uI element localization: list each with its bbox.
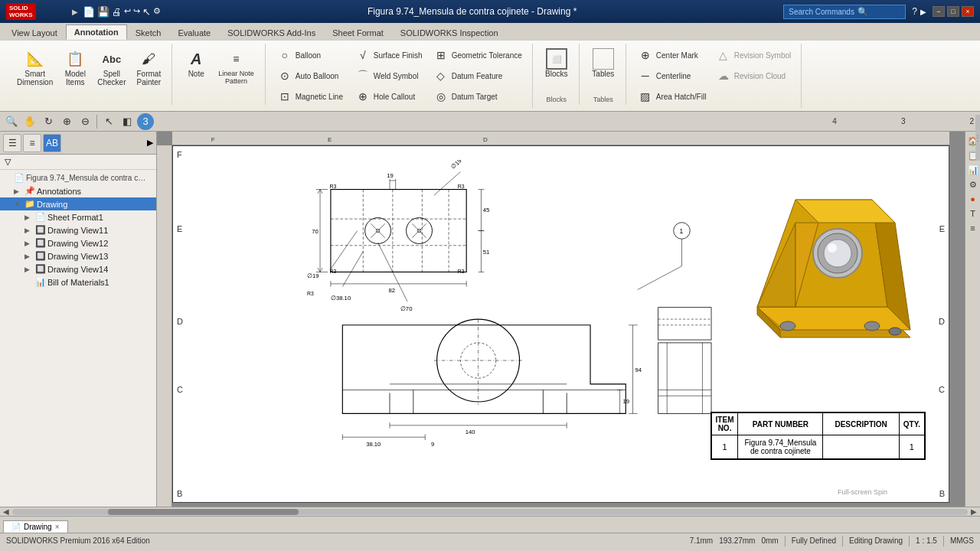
toolbar-icons[interactable]: 📄 💾 🖨 ↩ ↪ ↖ ⚙: [83, 6, 161, 18]
configuration-btn[interactable]: ⚙: [967, 178, 979, 191]
help-btn[interactable]: ?: [912, 6, 917, 17]
weld-symbol-btn[interactable]: ⌒ Weld Symbol: [351, 66, 428, 86]
revision-symbol-btn[interactable]: △ Revision Symbol: [712, 45, 795, 65]
tree-item-sheet-format[interactable]: ▶ 📄 Sheet Format1: [0, 210, 156, 223]
tree-item-drawing[interactable]: ▼ 📁 Drawing: [0, 197, 156, 210]
datum-target-btn[interactable]: ◎ Datum Target: [430, 86, 526, 106]
rotate-tool-btn[interactable]: ↻: [40, 113, 57, 130]
tab-view-layout[interactable]: View Layout: [3, 24, 66, 40]
minimize-btn[interactable]: −: [933, 6, 945, 17]
tree-item-view13[interactable]: ▶ 🔲 Drawing View13: [0, 249, 156, 262]
expand-sidebar-btn[interactable]: ▶: [147, 138, 153, 148]
center-mark-btn[interactable]: ⊕ Center Mark: [634, 45, 710, 65]
tree-item-bom[interactable]: 📊 Bill of Materials1: [0, 276, 156, 289]
horizontal-scrollbar[interactable]: ◀ ▶: [0, 507, 980, 516]
model-items-btn[interactable]: 📋 ModelItems: [59, 45, 91, 90]
auto-balloon-btn[interactable]: ⊙ Auto Balloon: [273, 66, 350, 86]
hole-callout-btn[interactable]: ⊕ Hole Callout: [351, 86, 428, 106]
auto-balloon-icon: ⊙: [277, 68, 292, 83]
svg-text:82: 82: [388, 287, 395, 294]
restore-btn[interactable]: □: [947, 6, 959, 17]
zoom-tool-btn[interactable]: 🔍: [3, 113, 20, 130]
tables-btn[interactable]: Tables: [587, 45, 619, 81]
svg-point-107: [889, 328, 901, 335]
scroll-track[interactable]: [12, 509, 968, 515]
titlebar: SOLIDWORKS ▶ 📄 💾 🖨 ↩ ↪ ↖ ⚙ Figura 9.74_M…: [0, 0, 980, 23]
balloon-icon: ○: [277, 47, 292, 63]
view13-icon: 🔲: [35, 251, 46, 261]
svg-rect-0: [331, 190, 466, 272]
tree-item-view12[interactable]: ▶ 🔲 Drawing View12: [0, 236, 156, 249]
note-btn[interactable]: A Note: [180, 45, 212, 81]
3d-view-btn[interactable]: 3: [137, 113, 154, 130]
options-btn[interactable]: ▶: [920, 8, 926, 16]
search-box[interactable]: Search Commands 🔍: [783, 5, 906, 19]
blocks-btn[interactable]: ⬜ Blocks: [541, 45, 573, 81]
tree-item-annotations[interactable]: ▶ 📌 Annotations: [0, 184, 156, 197]
tables-group: Tables Tables: [581, 44, 626, 105]
area-hatch-btn[interactable]: ▨ Area Hatch/Fill: [634, 86, 710, 106]
blocks-label: Blocks: [547, 94, 567, 103]
appearance-btn[interactable]: ●: [967, 193, 979, 205]
smart-dimension-icon: 📐: [24, 48, 46, 70]
drawing-tab[interactable]: 📄 Drawing ×: [3, 520, 68, 533]
format-painter-btn[interactable]: 🖌 FormatPainter: [132, 45, 166, 90]
revision-cloud-btn[interactable]: ☁ Revision Cloud: [712, 66, 795, 86]
magnetic-line-btn[interactable]: ⊡ Magnetic Line: [273, 86, 350, 106]
svg-rect-86: [658, 343, 711, 413]
svg-text:19: 19: [622, 398, 629, 405]
hole-callout-icon: ⊕: [355, 89, 371, 104]
smart-dimension-btn[interactable]: 📐 SmartDimension: [12, 45, 57, 90]
text-btn[interactable]: T: [967, 207, 979, 220]
weld-symbol-icon: ⌒: [355, 68, 371, 83]
section-view-btn[interactable]: ◧: [119, 113, 136, 130]
tab-annotation[interactable]: Annotation: [66, 24, 127, 40]
drawing-paper[interactable]: F E D C B E D C B: [172, 145, 949, 503]
drawing-tab-close[interactable]: ×: [55, 523, 60, 531]
properties-btn[interactable]: ☰: [3, 134, 21, 152]
svg-text:R3: R3: [329, 184, 336, 189]
ruler-number-3: 3: [901, 117, 906, 126]
property-manager-btn[interactable]: 📊: [967, 164, 979, 176]
drawing-tab-icon: 📄: [11, 523, 21, 531]
blocks-icon: ⬜: [546, 48, 567, 70]
geometric-tolerance-btn[interactable]: ⊞ Geometric Tolerance: [430, 45, 526, 65]
custom-prop-btn[interactable]: ≡: [967, 222, 979, 234]
drawing-canvas[interactable]: F E D F E D C B E D C B: [157, 132, 965, 507]
tab-sketch[interactable]: Sketch: [127, 24, 170, 40]
tab-solidworks-addins[interactable]: SOLIDWORKS Add-Ins: [219, 24, 324, 40]
tab-bar: 📄 Drawing ×: [0, 516, 980, 533]
svg-text:70: 70: [312, 228, 318, 235]
scroll-right-btn[interactable]: ▶: [971, 507, 977, 516]
close-btn[interactable]: ×: [962, 6, 974, 17]
zoom-out-btn[interactable]: ⊖: [77, 113, 93, 130]
tree-item-view14[interactable]: ▶ 🔲 Drawing View14: [0, 262, 156, 276]
zoom-in-btn[interactable]: ⊕: [58, 113, 75, 130]
spell-checker-btn[interactable]: Abc SpellChecker: [93, 45, 130, 90]
view-orientation-btn[interactable]: ↖: [100, 113, 117, 130]
edition-label: SOLIDWORKS Premium 2016 x64 Edition: [6, 536, 150, 545]
list-btn[interactable]: ≡: [23, 134, 41, 152]
scroll-left-btn[interactable]: ◀: [3, 507, 9, 516]
revision-cloud-icon: ☁: [716, 68, 731, 83]
centerline-icon: ─: [638, 68, 653, 83]
tree-item-view11[interactable]: ▶ 🔲 Drawing View11: [0, 223, 156, 236]
coord-x: 7.1mm: [690, 536, 714, 545]
linear-note-btn[interactable]: ≡ Linear NotePattern: [214, 45, 259, 88]
centerline-btn[interactable]: ─ Centerline: [634, 66, 710, 86]
sw-logo: SOLIDWORKS ▶ 📄 💾 🖨 ↩ ↪ ↖ ⚙: [6, 3, 161, 20]
surface-finish-btn[interactable]: √ Surface Finish: [351, 45, 428, 65]
ribbon: View Layout Annotation Sketch Evaluate S…: [0, 23, 980, 112]
svg-text:R3: R3: [458, 269, 465, 274]
pan-tool-btn[interactable]: ✋: [21, 113, 38, 130]
scroll-thumb[interactable]: [108, 509, 299, 515]
config-btn[interactable]: AB: [43, 134, 61, 152]
tab-sheet-format[interactable]: Sheet Format: [324, 24, 392, 40]
tab-evaluate[interactable]: Evaluate: [169, 24, 219, 40]
balloon-btn[interactable]: ○ Balloon: [273, 45, 350, 65]
bom-part-number: Figura 9.74_Mensulade contra cojinete: [738, 435, 823, 459]
svg-text:9: 9: [431, 441, 434, 448]
tab-solidworks-inspection[interactable]: SOLIDWORKS Inspection: [392, 24, 507, 40]
datum-feature-btn[interactable]: ◇ Datum Feature: [430, 66, 526, 86]
status-sep3: [909, 536, 910, 546]
